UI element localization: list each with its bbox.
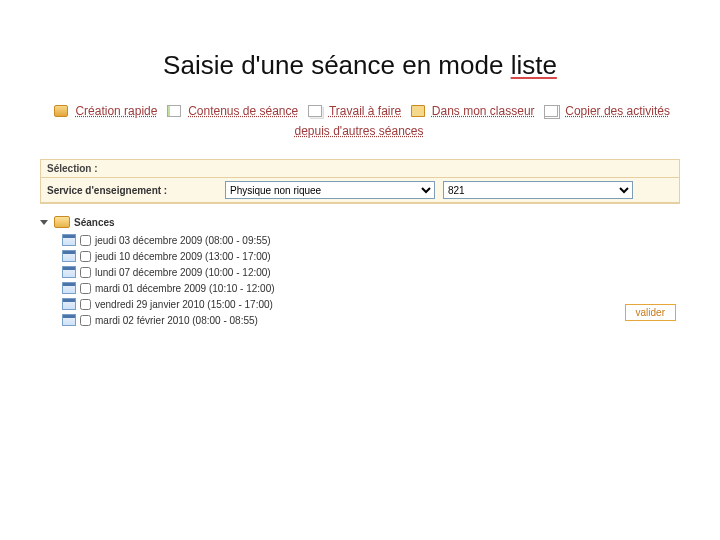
- action-toolbar: Création rapide Contenus de séance Trava…: [40, 101, 680, 141]
- folder-open-icon: [54, 216, 70, 228]
- seance-checkbox[interactable]: [80, 235, 91, 246]
- seances-title: Séances: [74, 217, 115, 228]
- service-row: Service d'enseignement : Physique non ri…: [41, 178, 679, 203]
- seance-checkbox[interactable]: [80, 299, 91, 310]
- seances-header[interactable]: Séances: [40, 216, 680, 228]
- link-contenus-seance[interactable]: Contenus de séance: [188, 104, 298, 118]
- link-creation-rapide[interactable]: Création rapide: [75, 104, 157, 118]
- seance-label: vendredi 29 janvier 2010 (15:00 - 17:00): [95, 299, 273, 310]
- seance-checkbox[interactable]: [80, 315, 91, 326]
- group-select[interactable]: 821: [443, 181, 633, 199]
- page-icon: [167, 105, 181, 117]
- calendar-icon: [62, 234, 76, 246]
- service-select[interactable]: Physique non riquee: [225, 181, 435, 199]
- list-item: jeudi 10 décembre 2009 (13:00 - 17:00): [62, 248, 680, 264]
- link-dans-mon-classeur[interactable]: Dans mon classeur: [432, 104, 535, 118]
- filter-panel: Sélection : Service d'enseignement : Phy…: [40, 159, 680, 204]
- title-mode-underline: liste: [511, 50, 557, 80]
- calendar-icon: [62, 314, 76, 326]
- selection-header: Sélection :: [41, 160, 679, 178]
- seance-checkbox[interactable]: [80, 283, 91, 294]
- calendar-icon: [62, 250, 76, 262]
- collapse-icon: [40, 220, 48, 225]
- folder-icon: [411, 105, 425, 117]
- page-title: Saisie d'une séance en mode liste: [0, 50, 720, 81]
- service-label: Service d'enseignement :: [47, 185, 217, 196]
- validate-button[interactable]: valider: [625, 304, 676, 321]
- calendar-icon: [62, 266, 76, 278]
- seance-label: jeudi 03 décembre 2009 (08:00 - 09:55): [95, 235, 271, 246]
- list-item: mardi 02 février 2010 (08:00 - 08:55): [62, 312, 680, 328]
- seance-label: lundi 07 décembre 2009 (10:00 - 12:00): [95, 267, 271, 278]
- list-item: jeudi 03 décembre 2009 (08:00 - 09:55): [62, 232, 680, 248]
- list-item: vendredi 29 janvier 2010 (15:00 - 17:00): [62, 296, 680, 312]
- seance-label: mardi 02 février 2010 (08:00 - 08:55): [95, 315, 258, 326]
- list-item: lundi 07 décembre 2009 (10:00 - 12:00): [62, 264, 680, 280]
- copy-icon: [544, 105, 558, 117]
- title-prefix: Saisie d'une séance en mode: [163, 50, 511, 80]
- seance-list: jeudi 03 décembre 2009 (08:00 - 09:55) j…: [40, 232, 680, 328]
- seance-label: jeudi 10 décembre 2009 (13:00 - 17:00): [95, 251, 271, 262]
- list-item: mardi 01 décembre 2009 (10:10 - 12:00): [62, 280, 680, 296]
- seance-checkbox[interactable]: [80, 267, 91, 278]
- link-travail-a-faire[interactable]: Travail à faire: [329, 104, 401, 118]
- seance-checkbox[interactable]: [80, 251, 91, 262]
- new-doc-icon: [54, 105, 68, 117]
- calendar-icon: [62, 298, 76, 310]
- pages-icon: [308, 105, 322, 117]
- seance-label: mardi 01 décembre 2009 (10:10 - 12:00): [95, 283, 275, 294]
- calendar-icon: [62, 282, 76, 294]
- seances-block: Séances jeudi 03 décembre 2009 (08:00 - …: [40, 216, 680, 328]
